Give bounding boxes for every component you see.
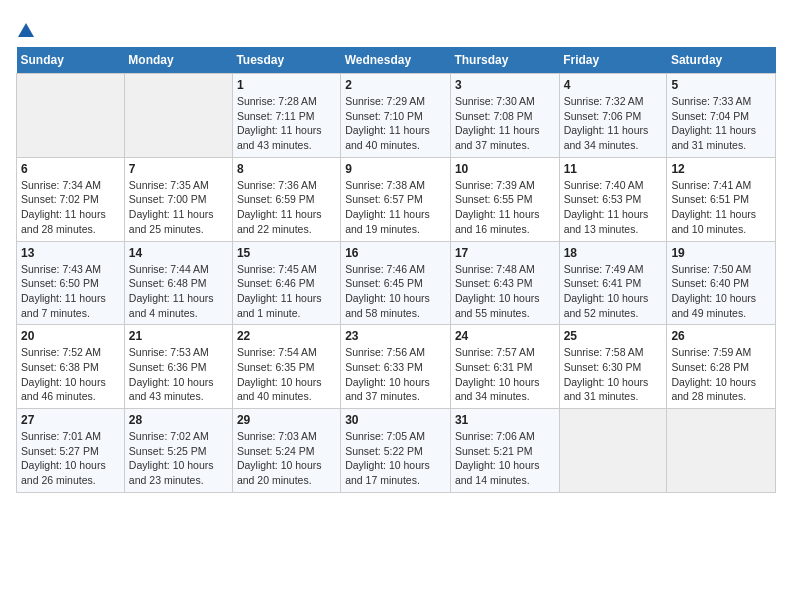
page-header [16,16,776,37]
day-number: 6 [21,162,120,176]
day-info: Sunrise: 7:33 AM Sunset: 7:04 PM Dayligh… [671,94,771,153]
calendar-week-row: 20Sunrise: 7:52 AM Sunset: 6:38 PM Dayli… [17,325,776,409]
calendar-cell: 26Sunrise: 7:59 AM Sunset: 6:28 PM Dayli… [667,325,776,409]
day-number: 24 [455,329,555,343]
calendar-cell: 13Sunrise: 7:43 AM Sunset: 6:50 PM Dayli… [17,241,125,325]
day-number: 18 [564,246,663,260]
calendar-cell: 23Sunrise: 7:56 AM Sunset: 6:33 PM Dayli… [341,325,451,409]
day-info: Sunrise: 7:32 AM Sunset: 7:06 PM Dayligh… [564,94,663,153]
day-info: Sunrise: 7:53 AM Sunset: 6:36 PM Dayligh… [129,345,228,404]
calendar-cell: 22Sunrise: 7:54 AM Sunset: 6:35 PM Dayli… [232,325,340,409]
day-info: Sunrise: 7:46 AM Sunset: 6:45 PM Dayligh… [345,262,446,321]
day-number: 31 [455,413,555,427]
day-number: 20 [21,329,120,343]
day-header-monday: Monday [124,47,232,74]
calendar-cell: 12Sunrise: 7:41 AM Sunset: 6:51 PM Dayli… [667,157,776,241]
day-number: 23 [345,329,446,343]
day-number: 4 [564,78,663,92]
day-info: Sunrise: 7:41 AM Sunset: 6:51 PM Dayligh… [671,178,771,237]
day-info: Sunrise: 7:54 AM Sunset: 6:35 PM Dayligh… [237,345,336,404]
day-header-tuesday: Tuesday [232,47,340,74]
day-number: 13 [21,246,120,260]
day-number: 10 [455,162,555,176]
calendar-table: SundayMondayTuesdayWednesdayThursdayFrid… [16,47,776,493]
day-number: 12 [671,162,771,176]
day-number: 27 [21,413,120,427]
calendar-cell: 5Sunrise: 7:33 AM Sunset: 7:04 PM Daylig… [667,74,776,158]
day-info: Sunrise: 7:52 AM Sunset: 6:38 PM Dayligh… [21,345,120,404]
day-number: 5 [671,78,771,92]
day-info: Sunrise: 7:02 AM Sunset: 5:25 PM Dayligh… [129,429,228,488]
calendar-cell: 30Sunrise: 7:05 AM Sunset: 5:22 PM Dayli… [341,409,451,493]
calendar-cell [667,409,776,493]
calendar-week-row: 27Sunrise: 7:01 AM Sunset: 5:27 PM Dayli… [17,409,776,493]
day-number: 25 [564,329,663,343]
day-number: 9 [345,162,446,176]
day-number: 8 [237,162,336,176]
day-info: Sunrise: 7:43 AM Sunset: 6:50 PM Dayligh… [21,262,120,321]
day-info: Sunrise: 7:48 AM Sunset: 6:43 PM Dayligh… [455,262,555,321]
calendar-cell: 6Sunrise: 7:34 AM Sunset: 7:02 PM Daylig… [17,157,125,241]
day-number: 11 [564,162,663,176]
day-number: 22 [237,329,336,343]
day-number: 14 [129,246,228,260]
day-number: 2 [345,78,446,92]
day-header-sunday: Sunday [17,47,125,74]
logo [16,16,34,37]
calendar-cell: 17Sunrise: 7:48 AM Sunset: 6:43 PM Dayli… [450,241,559,325]
day-header-wednesday: Wednesday [341,47,451,74]
day-info: Sunrise: 7:34 AM Sunset: 7:02 PM Dayligh… [21,178,120,237]
calendar-week-row: 13Sunrise: 7:43 AM Sunset: 6:50 PM Dayli… [17,241,776,325]
calendar-cell: 1Sunrise: 7:28 AM Sunset: 7:11 PM Daylig… [232,74,340,158]
calendar-cell: 29Sunrise: 7:03 AM Sunset: 5:24 PM Dayli… [232,409,340,493]
day-number: 28 [129,413,228,427]
day-info: Sunrise: 7:38 AM Sunset: 6:57 PM Dayligh… [345,178,446,237]
calendar-week-row: 6Sunrise: 7:34 AM Sunset: 7:02 PM Daylig… [17,157,776,241]
day-info: Sunrise: 7:44 AM Sunset: 6:48 PM Dayligh… [129,262,228,321]
day-info: Sunrise: 7:06 AM Sunset: 5:21 PM Dayligh… [455,429,555,488]
days-header-row: SundayMondayTuesdayWednesdayThursdayFrid… [17,47,776,74]
day-number: 17 [455,246,555,260]
day-number: 21 [129,329,228,343]
logo-text [16,16,34,39]
day-info: Sunrise: 7:56 AM Sunset: 6:33 PM Dayligh… [345,345,446,404]
day-info: Sunrise: 7:45 AM Sunset: 6:46 PM Dayligh… [237,262,336,321]
day-info: Sunrise: 7:49 AM Sunset: 6:41 PM Dayligh… [564,262,663,321]
calendar-week-row: 1Sunrise: 7:28 AM Sunset: 7:11 PM Daylig… [17,74,776,158]
calendar-cell: 7Sunrise: 7:35 AM Sunset: 7:00 PM Daylig… [124,157,232,241]
day-header-thursday: Thursday [450,47,559,74]
day-number: 26 [671,329,771,343]
day-info: Sunrise: 7:30 AM Sunset: 7:08 PM Dayligh… [455,94,555,153]
day-number: 3 [455,78,555,92]
calendar-cell [124,74,232,158]
day-info: Sunrise: 7:03 AM Sunset: 5:24 PM Dayligh… [237,429,336,488]
day-info: Sunrise: 7:50 AM Sunset: 6:40 PM Dayligh… [671,262,771,321]
calendar-cell: 20Sunrise: 7:52 AM Sunset: 6:38 PM Dayli… [17,325,125,409]
calendar-cell: 8Sunrise: 7:36 AM Sunset: 6:59 PM Daylig… [232,157,340,241]
day-number: 30 [345,413,446,427]
calendar-cell: 10Sunrise: 7:39 AM Sunset: 6:55 PM Dayli… [450,157,559,241]
calendar-cell: 27Sunrise: 7:01 AM Sunset: 5:27 PM Dayli… [17,409,125,493]
calendar-cell: 4Sunrise: 7:32 AM Sunset: 7:06 PM Daylig… [559,74,667,158]
day-number: 15 [237,246,336,260]
day-info: Sunrise: 7:40 AM Sunset: 6:53 PM Dayligh… [564,178,663,237]
day-number: 29 [237,413,336,427]
calendar-cell: 9Sunrise: 7:38 AM Sunset: 6:57 PM Daylig… [341,157,451,241]
calendar-cell: 18Sunrise: 7:49 AM Sunset: 6:41 PM Dayli… [559,241,667,325]
calendar-cell: 28Sunrise: 7:02 AM Sunset: 5:25 PM Dayli… [124,409,232,493]
calendar-cell: 11Sunrise: 7:40 AM Sunset: 6:53 PM Dayli… [559,157,667,241]
day-info: Sunrise: 7:39 AM Sunset: 6:55 PM Dayligh… [455,178,555,237]
day-number: 7 [129,162,228,176]
day-info: Sunrise: 7:59 AM Sunset: 6:28 PM Dayligh… [671,345,771,404]
day-info: Sunrise: 7:58 AM Sunset: 6:30 PM Dayligh… [564,345,663,404]
day-number: 1 [237,78,336,92]
day-info: Sunrise: 7:05 AM Sunset: 5:22 PM Dayligh… [345,429,446,488]
day-number: 19 [671,246,771,260]
calendar-cell: 25Sunrise: 7:58 AM Sunset: 6:30 PM Dayli… [559,325,667,409]
calendar-cell [559,409,667,493]
day-info: Sunrise: 7:01 AM Sunset: 5:27 PM Dayligh… [21,429,120,488]
calendar-cell [17,74,125,158]
day-number: 16 [345,246,446,260]
day-info: Sunrise: 7:35 AM Sunset: 7:00 PM Dayligh… [129,178,228,237]
day-info: Sunrise: 7:36 AM Sunset: 6:59 PM Dayligh… [237,178,336,237]
